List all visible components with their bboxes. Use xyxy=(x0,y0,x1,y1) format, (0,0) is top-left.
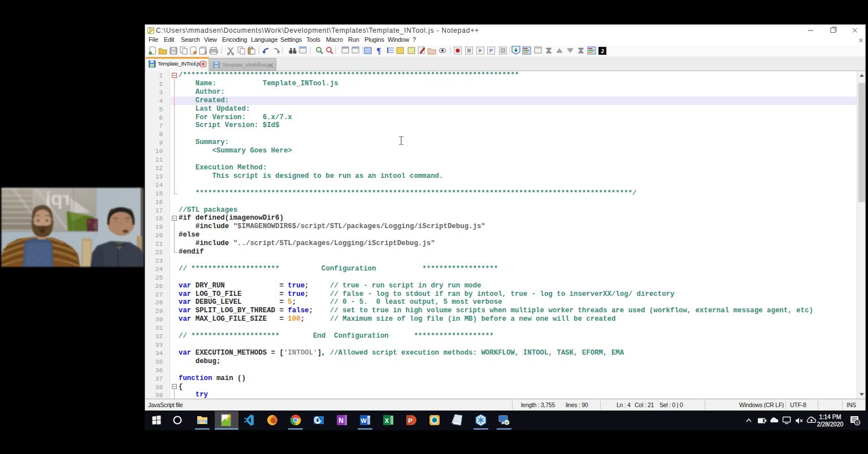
svg-text:9: 9 xyxy=(856,420,859,425)
svg-text:2/28/2020: 2/28/2020 xyxy=(817,421,844,427)
svg-text:P: P xyxy=(408,417,412,424)
svg-text:X: X xyxy=(385,417,389,424)
svg-text:N: N xyxy=(338,417,344,425)
svg-text:¶: ¶ xyxy=(376,47,381,55)
svg-text:J: J xyxy=(601,49,604,55)
svg-text:W: W xyxy=(361,417,367,424)
svg-text:1:14 PM: 1:14 PM xyxy=(819,413,841,420)
